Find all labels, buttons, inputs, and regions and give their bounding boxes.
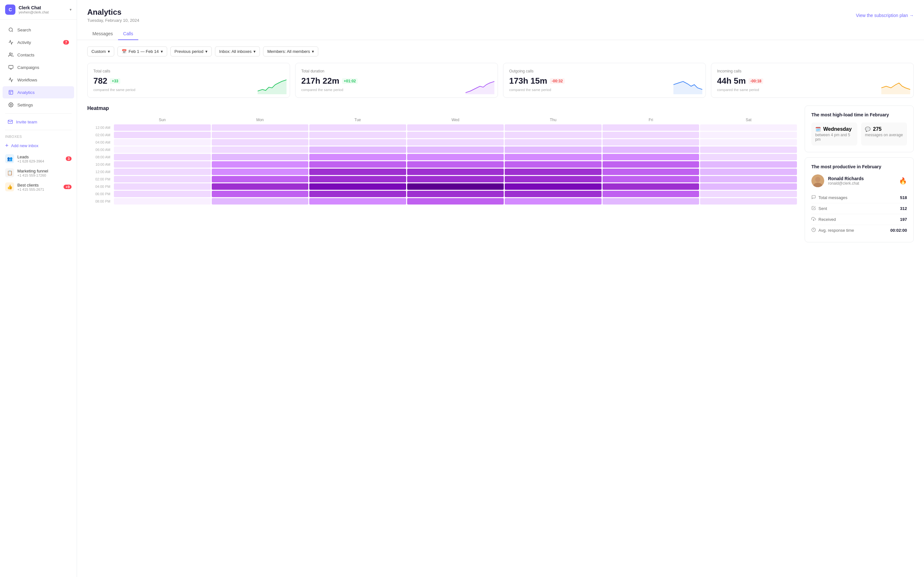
sidebar-header[interactable]: C Clerk Chat yevhen@clerk.chat ▾ bbox=[0, 0, 77, 19]
sidebar-item-label: Activity bbox=[17, 40, 63, 45]
insight-title: The most high-load time in February bbox=[811, 112, 907, 117]
sidebar-item-settings[interactable]: Settings bbox=[3, 99, 74, 111]
heatmap-cell bbox=[114, 124, 211, 131]
stat-row-sent: Sent 312 bbox=[811, 203, 907, 214]
person-name: Ronald Richards bbox=[828, 176, 864, 181]
stat-change: -00:18 bbox=[748, 78, 764, 84]
sidebar-item-activity[interactable]: Activity 7 bbox=[3, 36, 74, 48]
heatmap-cell bbox=[505, 183, 602, 190]
heatmap-cell bbox=[212, 198, 309, 205]
chevron-icon: ▾ bbox=[108, 49, 110, 54]
heatmap-cell bbox=[700, 176, 797, 182]
productive-stats: Total messages 518 Sent 312 bbox=[811, 192, 907, 235]
heatmap-time-label: 08:00 AM bbox=[87, 154, 113, 160]
view-plan-link[interactable]: View the subscription plan → bbox=[856, 13, 914, 18]
add-inbox-button[interactable]: + Add new inbox bbox=[0, 140, 77, 152]
heatmap-cell bbox=[505, 154, 602, 160]
heatmap-cell bbox=[700, 139, 797, 145]
sidebar-item-label: Workflows bbox=[17, 77, 69, 82]
svg-marker-7 bbox=[258, 80, 286, 94]
stat-card-total-duration: Total duration 217h 22m +01:02 compared … bbox=[295, 63, 498, 98]
members-filter[interactable]: Members: All members ▾ bbox=[263, 47, 318, 56]
heatmap-cell bbox=[505, 124, 602, 131]
heatmap-time-label: 12:00 AM bbox=[87, 169, 113, 175]
sidebar-item-search[interactable]: Search bbox=[3, 24, 74, 36]
inbox-item-marketing[interactable]: 📋 Marketing funnel +1 415 559-17260 bbox=[0, 166, 77, 180]
inbox-badge-leads: 3 bbox=[66, 156, 71, 161]
chevron-icon: ▾ bbox=[312, 49, 314, 54]
tab-calls[interactable]: Calls bbox=[118, 28, 138, 40]
filter-label: Previous period bbox=[174, 49, 204, 54]
sidebar-item-campaigns[interactable]: Campaigns bbox=[3, 61, 74, 73]
heatmap-cell bbox=[309, 176, 406, 182]
heatmap-cell bbox=[700, 191, 797, 197]
chevron-icon: ▾ bbox=[205, 49, 208, 54]
chevron-down-icon: ▾ bbox=[69, 7, 71, 12]
inbox-phone: +1 415 555-2671 bbox=[17, 187, 63, 191]
insight-day-block: 🗓️ Wednesday between 4 pm and 5 pm bbox=[811, 122, 857, 145]
heatmap-cell bbox=[700, 154, 797, 160]
content-area: Heatmap SunMonTueWedThuFriSat12:00 AM02:… bbox=[77, 105, 924, 250]
tab-bar: Messages Calls bbox=[77, 23, 924, 40]
heatmap-cell bbox=[407, 183, 504, 190]
chevron-icon: ▾ bbox=[161, 49, 163, 54]
heatmap-cell bbox=[407, 147, 504, 153]
heatmap-cell bbox=[407, 161, 504, 168]
tab-messages[interactable]: Messages bbox=[87, 28, 118, 40]
stat-number: 782 bbox=[94, 76, 107, 86]
stat-card-outgoing-calls: Outgoing calls 173h 15m -00:32 compared … bbox=[503, 63, 706, 98]
insight-count-label: messages on average bbox=[865, 133, 903, 137]
inbox-info-bestclients: Best clients +1 415 555-2671 bbox=[17, 183, 63, 191]
heatmap-cell bbox=[505, 132, 602, 138]
inbox-filter[interactable]: Inbox: All inboxes ▾ bbox=[215, 47, 260, 56]
svg-point-1 bbox=[9, 53, 11, 55]
heatmap-cell bbox=[212, 124, 309, 131]
heatmap-day-header: Sat bbox=[700, 116, 797, 123]
sidebar-item-contacts[interactable]: Contacts bbox=[3, 49, 74, 61]
person-info: Ronald Richards ronald@clerk.chat bbox=[828, 176, 864, 185]
heatmap-cell bbox=[212, 176, 309, 182]
heatmap-cell bbox=[505, 198, 602, 205]
sidebar-divider bbox=[5, 113, 71, 114]
comparison-filter[interactable]: Previous period ▾ bbox=[170, 47, 212, 56]
heatmap-cell bbox=[407, 132, 504, 138]
heatmap-cell bbox=[114, 147, 211, 153]
message-icon bbox=[811, 195, 816, 200]
stat-row-received: Received 197 bbox=[811, 214, 907, 225]
heatmap-cell bbox=[603, 147, 699, 153]
heatmap-cell bbox=[603, 176, 699, 182]
inbox-name: Best clients bbox=[17, 183, 63, 187]
heatmap-day-header: Sun bbox=[114, 116, 211, 123]
heatmap-cell bbox=[309, 183, 406, 190]
campaigns-icon bbox=[8, 64, 14, 71]
heatmap-day-header: Tue bbox=[309, 116, 406, 123]
inbox-item-leads[interactable]: 👥 Leads +1 628 629-3964 3 bbox=[0, 152, 77, 166]
insight-highlight: 🗓️ Wednesday between 4 pm and 5 pm 💬 275… bbox=[811, 122, 907, 145]
received-icon bbox=[811, 217, 816, 222]
page-header: Analytics Tuesday, February 10, 2024 Vie… bbox=[77, 0, 924, 23]
inbox-item-bestclients[interactable]: 👍 Best clients +1 415 555-2671 +9 bbox=[0, 180, 77, 194]
heatmap-cell bbox=[407, 124, 504, 131]
page-title: Analytics bbox=[87, 8, 139, 17]
heatmap-cell bbox=[212, 169, 309, 175]
sidebar-divider-2 bbox=[5, 130, 71, 130]
insight-count: 275 bbox=[873, 126, 882, 132]
sidebar-item-label: Analytics bbox=[17, 90, 69, 95]
page-title-group: Analytics Tuesday, February 10, 2024 bbox=[87, 8, 139, 23]
heatmap-cell bbox=[212, 132, 309, 138]
heatmap-cell bbox=[407, 139, 504, 145]
invite-icon bbox=[8, 119, 13, 124]
heatmap-cell bbox=[603, 139, 699, 145]
brand-name: Clerk Chat bbox=[19, 5, 69, 10]
invite-team-button[interactable]: Invite team bbox=[3, 116, 74, 127]
period-type-filter[interactable]: Custom ▾ bbox=[87, 47, 114, 56]
stat-chart-total-calls bbox=[258, 78, 286, 94]
stat-chart-outgoing bbox=[674, 78, 702, 94]
date-range-filter[interactable]: 📅 Feb 1 — Feb 14 ▾ bbox=[118, 47, 167, 56]
sidebar-item-workflows[interactable]: Workflows bbox=[3, 74, 74, 86]
sidebar-item-analytics[interactable]: Analytics bbox=[3, 86, 74, 98]
insight-day-row: 🗓️ Wednesday bbox=[815, 126, 853, 132]
avatar-image bbox=[811, 174, 824, 187]
stat-description: compared the same period bbox=[301, 88, 492, 92]
workflows-icon bbox=[8, 77, 14, 83]
